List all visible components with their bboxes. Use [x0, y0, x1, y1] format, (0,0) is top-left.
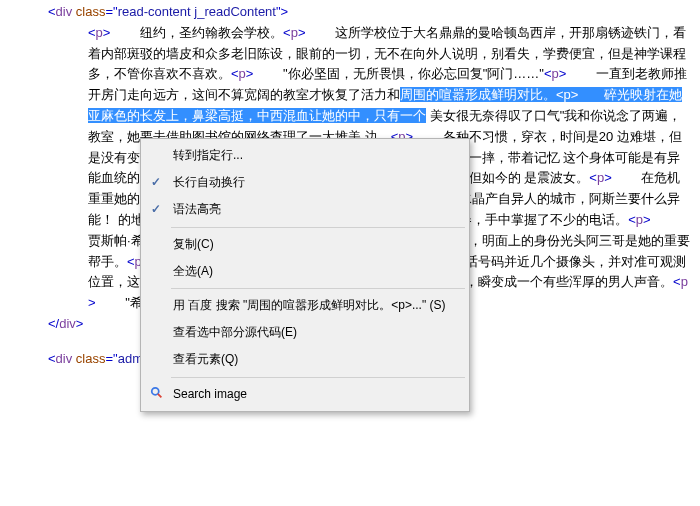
menu-word-wrap[interactable]: ✓长行自动换行: [143, 169, 467, 196]
menu-inspect-element[interactable]: 查看元素(Q): [143, 346, 467, 373]
menu-baidu-search[interactable]: 用 百度 搜索 "周围的喧嚣形成鲜明对比。<p>..." (S): [143, 292, 467, 319]
check-icon: ✓: [151, 173, 161, 192]
context-menu: 转到指定行... ✓长行自动换行 ✓语法高亮 复制(C) 全选(A) 用 百度 …: [140, 138, 470, 412]
search-image-icon: [150, 386, 164, 400]
menu-copy[interactable]: 复制(C): [143, 231, 467, 258]
menu-syntax-highlight[interactable]: ✓语法高亮: [143, 196, 467, 223]
menu-item-label: 查看元素(Q): [173, 352, 238, 366]
svg-point-0: [152, 387, 159, 394]
menu-select-all[interactable]: 全选(A): [143, 258, 467, 285]
svg-line-1: [158, 393, 162, 397]
menu-item-label: 转到指定行...: [173, 148, 243, 162]
menu-separator: [171, 288, 465, 289]
menu-item-label: 复制(C): [173, 237, 214, 251]
menu-separator: [171, 227, 465, 228]
menu-search-image[interactable]: Search image: [143, 381, 467, 408]
menu-goto-line[interactable]: 转到指定行...: [143, 142, 467, 169]
menu-item-label: 语法高亮: [173, 202, 221, 216]
menu-item-label: 查看选中部分源代码(E): [173, 325, 297, 339]
check-icon: ✓: [151, 200, 161, 219]
code-line: <div class="read-content j_readContent">: [8, 2, 692, 23]
menu-item-label: 用 百度 搜索 "周围的喧嚣形成鲜明对比。<p>..." (S): [173, 298, 446, 312]
menu-view-selection-source[interactable]: 查看选中部分源代码(E): [143, 319, 467, 346]
menu-item-label: 长行自动换行: [173, 175, 245, 189]
menu-item-label: Search image: [173, 387, 247, 401]
menu-separator: [171, 377, 465, 378]
menu-item-label: 全选(A): [173, 264, 213, 278]
